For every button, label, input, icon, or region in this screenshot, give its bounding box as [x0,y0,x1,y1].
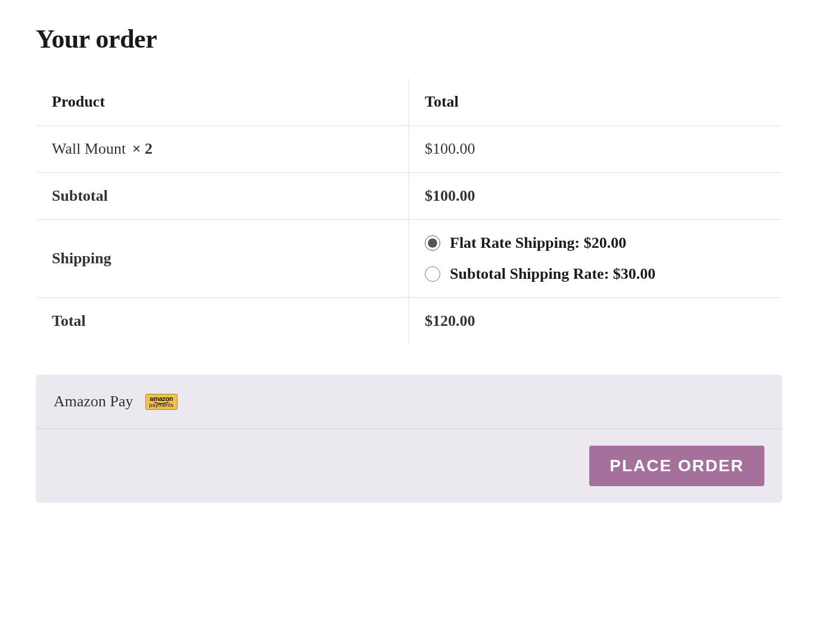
shipping-options: Flat Rate Shipping: $20.00 Subtotal Ship… [425,234,766,283]
shipping-option-subtotal-rate[interactable]: Subtotal Shipping Rate: $30.00 [425,265,766,283]
shipping-radio-subtotal-rate[interactable] [425,266,440,282]
subtotal-value: $100.00 [409,173,782,220]
amazon-badge-bottom-text: payments [150,403,174,408]
payment-box: Amazon Pay amazon payments PLACE ORDER [36,375,782,503]
payment-method-amazon-pay[interactable]: Amazon Pay amazon payments [36,375,782,429]
product-name: Wall Mount [52,140,130,157]
product-line-total: $100.00 [409,126,782,173]
order-review-table: Product Total Wall Mount × 2 $100.00 Sub… [36,78,782,345]
shipping-option-label: Subtotal Shipping Rate: $30.00 [450,265,655,283]
payment-method-label: Amazon Pay [54,393,133,410]
shipping-row: Shipping Flat Rate Shipping: $20.00 Subt… [36,220,782,298]
place-order-row: PLACE ORDER [36,429,782,503]
shipping-label: Shipping [36,220,409,298]
total-row: Total $120.00 [36,298,782,345]
page-title: Your order [36,24,782,54]
subtotal-label: Subtotal [36,173,409,220]
shipping-option-label: Flat Rate Shipping: $20.00 [450,234,626,252]
shipping-radio-flat-rate[interactable] [425,235,440,251]
product-quantity: × 2 [132,140,153,157]
table-row: Wall Mount × 2 $100.00 [36,126,782,173]
column-header-product: Product [36,79,409,126]
amazon-payments-icon: amazon payments [145,394,178,410]
subtotal-row: Subtotal $100.00 [36,173,782,220]
total-value: $120.00 [409,298,782,345]
place-order-button[interactable]: PLACE ORDER [589,446,764,486]
column-header-total: Total [409,79,782,126]
total-label: Total [36,298,409,345]
shipping-option-flat-rate[interactable]: Flat Rate Shipping: $20.00 [425,234,766,252]
